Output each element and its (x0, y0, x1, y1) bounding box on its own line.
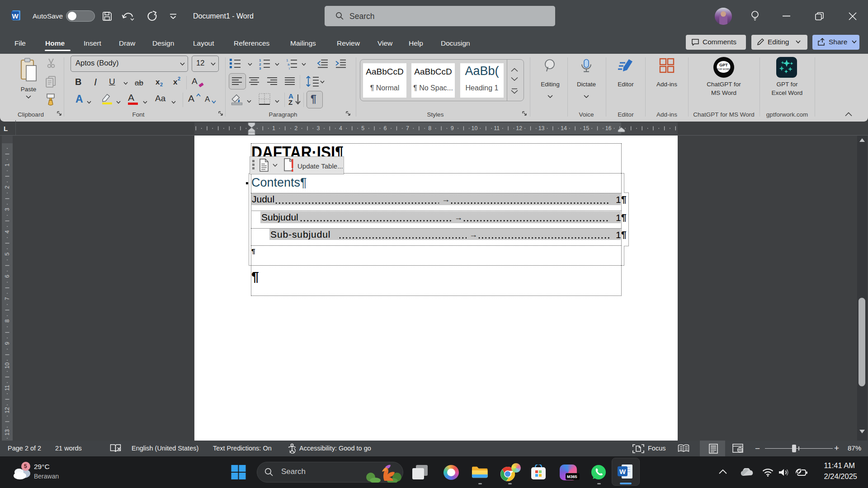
svg-text:12: 12 (516, 125, 522, 131)
svg-text:16: 16 (605, 125, 612, 131)
svg-text:7: 7 (406, 125, 409, 131)
svg-text:8: 8 (4, 319, 10, 323)
svg-text:15: 15 (583, 125, 589, 131)
svg-text:5: 5 (4, 253, 10, 256)
svg-text:3: 3 (317, 125, 320, 131)
svg-text:W: W (619, 468, 626, 475)
svg-text:9: 9 (451, 125, 454, 131)
svg-text:2: 2 (294, 125, 297, 131)
svg-text:4: 4 (339, 125, 342, 131)
svg-text:10: 10 (472, 125, 478, 131)
svg-text:1: 1 (272, 125, 275, 131)
svg-text:1: 1 (4, 163, 10, 166)
svg-text:6: 6 (384, 125, 387, 131)
svg-text:9: 9 (4, 342, 10, 345)
svg-text:7: 7 (4, 297, 10, 300)
svg-text:8: 8 (428, 125, 431, 131)
svg-text:5: 5 (361, 125, 364, 131)
svg-text:10: 10 (4, 362, 10, 369)
svg-text:4: 4 (4, 230, 10, 233)
svg-text:13: 13 (538, 125, 545, 131)
svg-text:13: 13 (4, 429, 10, 436)
svg-text:6: 6 (4, 275, 10, 278)
svg-text:11: 11 (494, 125, 500, 131)
svg-text:12: 12 (4, 407, 10, 413)
svg-text:11: 11 (4, 385, 10, 391)
svg-text:3: 3 (4, 208, 10, 211)
svg-text:2: 2 (4, 186, 10, 189)
svg-text:14: 14 (561, 125, 567, 131)
